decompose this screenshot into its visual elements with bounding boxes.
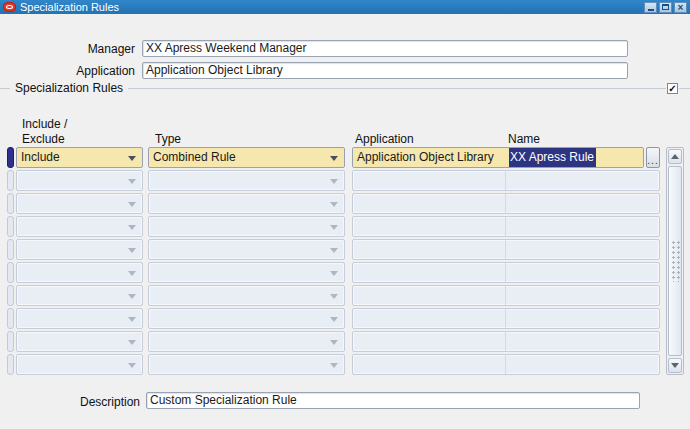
- table-row: [7, 308, 660, 329]
- chevron-down-icon: [128, 340, 136, 345]
- checkbox-checkmark-icon: ✓: [667, 83, 678, 94]
- type-select[interactable]: Combined Rule: [148, 147, 345, 168]
- name-cell[interactable]: [505, 217, 659, 236]
- scroll-up-button[interactable]: [668, 149, 682, 164]
- table-row: [7, 354, 660, 375]
- chevron-down-icon: [128, 294, 136, 299]
- column-header-include-exclude-line2: Exclude: [22, 132, 65, 146]
- maximize-button[interactable]: [659, 2, 672, 13]
- close-button[interactable]: ×: [674, 2, 687, 13]
- vertical-scrollbar[interactable]: [666, 147, 684, 375]
- type-select[interactable]: [148, 354, 345, 375]
- include-exclude-select[interactable]: [16, 170, 143, 191]
- table-row: [7, 239, 660, 260]
- include-exclude-select[interactable]: [16, 239, 143, 260]
- application-value: Application Object Library: [146, 63, 283, 77]
- chevron-down-icon: [128, 156, 136, 161]
- column-header-application: Application: [355, 132, 414, 146]
- application-name-group: [352, 216, 660, 237]
- cell-value: Application Object Library: [357, 148, 494, 167]
- name-cell[interactable]: [505, 171, 659, 190]
- application-name-group: [352, 331, 660, 352]
- application-cell[interactable]: [353, 286, 505, 305]
- name-cell[interactable]: [505, 263, 659, 282]
- record-selector[interactable]: [7, 239, 14, 260]
- description-field[interactable]: Custom Specialization Rule: [146, 392, 640, 409]
- table-row: [7, 262, 660, 283]
- chevron-down-icon: [330, 363, 338, 368]
- name-cell[interactable]: [505, 355, 659, 374]
- scrollbar-track[interactable]: [667, 165, 683, 357]
- application-cell[interactable]: [353, 194, 505, 213]
- maximize-icon: [662, 4, 669, 10]
- frame-title: Specialization Rules: [10, 81, 128, 95]
- chevron-down-icon: [330, 179, 338, 184]
- record-selector[interactable]: [7, 285, 14, 306]
- table-row: [7, 170, 660, 191]
- triangle-up-icon: [671, 154, 679, 159]
- include-exclude-select[interactable]: [16, 354, 143, 375]
- application-field[interactable]: Application Object Library: [142, 62, 628, 79]
- name-cell[interactable]: [505, 286, 659, 305]
- record-selector[interactable]: [7, 354, 14, 375]
- type-select[interactable]: [148, 285, 345, 306]
- application-cell[interactable]: [353, 217, 505, 236]
- record-selector[interactable]: [7, 193, 14, 214]
- oracle-logo-icon: [3, 2, 16, 12]
- record-selector[interactable]: [7, 147, 14, 168]
- include-exclude-select[interactable]: [16, 216, 143, 237]
- minimize-button[interactable]: [644, 2, 657, 13]
- include-exclude-select[interactable]: [16, 285, 143, 306]
- type-select[interactable]: [148, 262, 345, 283]
- application-cell[interactable]: [353, 171, 505, 190]
- scrollbar-thumb[interactable]: [668, 166, 682, 356]
- name-cell[interactable]: [505, 240, 659, 259]
- application-cell[interactable]: [353, 240, 505, 259]
- type-select[interactable]: [148, 170, 345, 191]
- record-selector[interactable]: [7, 308, 14, 329]
- application-name-group: [352, 170, 660, 191]
- column-header-name: Name: [508, 132, 540, 146]
- table-row: [7, 285, 660, 306]
- name-cell[interactable]: [505, 194, 659, 213]
- record-selector[interactable]: [7, 262, 14, 283]
- chevron-down-icon: [330, 225, 338, 230]
- cell-value: Include: [21, 148, 60, 167]
- type-select[interactable]: [148, 216, 345, 237]
- scroll-down-button[interactable]: [668, 358, 682, 373]
- lov-ellipsis-button[interactable]: ...: [646, 147, 660, 168]
- application-cell[interactable]: [353, 355, 505, 374]
- application-cell[interactable]: [353, 332, 505, 351]
- record-selector[interactable]: [7, 170, 14, 191]
- include-exclude-select[interactable]: [16, 331, 143, 352]
- type-select[interactable]: [148, 239, 345, 260]
- type-select[interactable]: [148, 193, 345, 214]
- record-selector[interactable]: [7, 331, 14, 352]
- record-selector[interactable]: [7, 216, 14, 237]
- include-exclude-select[interactable]: Include: [16, 147, 143, 168]
- chevron-down-icon: [128, 271, 136, 276]
- application-name-group: [352, 354, 660, 375]
- name-cell[interactable]: [505, 332, 659, 351]
- minimize-icon: [648, 9, 654, 11]
- column-header-type: Type: [155, 132, 181, 146]
- application-cell[interactable]: [353, 309, 505, 328]
- manager-field[interactable]: XX Apress Weekend Manager: [142, 40, 628, 57]
- column-header-include-exclude-line1: Include /: [22, 117, 67, 131]
- name-cell[interactable]: XX Apress Rule: [505, 148, 643, 167]
- window-controls: ×: [644, 2, 687, 13]
- include-exclude-select[interactable]: [16, 262, 143, 283]
- close-icon: ×: [678, 3, 684, 12]
- window-title: Specialization Rules: [20, 1, 644, 13]
- include-exclude-select[interactable]: [16, 308, 143, 329]
- application-cell[interactable]: Application Object Library: [353, 148, 505, 167]
- application-cell[interactable]: [353, 263, 505, 282]
- type-select[interactable]: [148, 308, 345, 329]
- chevron-down-icon: [128, 363, 136, 368]
- include-exclude-select[interactable]: [16, 193, 143, 214]
- type-select[interactable]: [148, 331, 345, 352]
- frame-checkbox[interactable]: ✓: [666, 82, 679, 95]
- application-name-group: [352, 239, 660, 260]
- name-cell[interactable]: [505, 309, 659, 328]
- application-label: Application: [0, 64, 135, 78]
